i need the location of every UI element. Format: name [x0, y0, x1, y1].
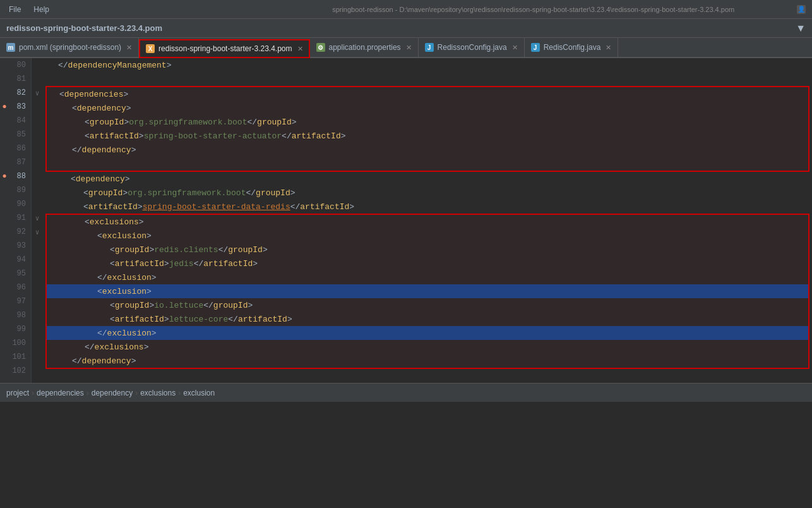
linenum-100: 100 [0, 336, 31, 350]
tab-redis-config-label: RedisConfig.java [544, 43, 601, 52]
linenum-83: ● 83 [0, 100, 31, 114]
selection-box-1: <dependencies> <dependency> <groupId>org… [45, 86, 809, 172]
project-name: redisson-spring-boot-starter-3.23.4.pom [6, 23, 162, 33]
tab-redisson-pom-icon: X [146, 44, 155, 53]
tab-pom-label: pom.xml (springboot-redisson) [19, 43, 121, 52]
linenum-98: 98 [0, 308, 31, 322]
linenum-101: 101 [0, 350, 31, 364]
code-line-98: <artifactId>lettuce-core</artifactId> [47, 312, 808, 326]
title-path: springboot-redisson - D:\maven\repositor… [270, 6, 797, 13]
linenum-87: 87 [0, 155, 31, 169]
editor-wrapper: 80 81 82 ● 83 84 85 86 87 ● 88 89 90 91 … [0, 58, 812, 383]
fold-89 [32, 183, 43, 197]
fold-83 [32, 100, 43, 114]
tab-redisson-pom-close[interactable]: ✕ [297, 45, 303, 53]
breadcrumb-sep-1: › [32, 389, 34, 397]
code-line-94: <artifactId>jedis</artifactId> [47, 257, 808, 270]
menu-help[interactable]: Help [31, 4, 52, 15]
tab-pom-close[interactable]: ✕ [126, 44, 132, 52]
linenum-99: 99 [0, 322, 31, 336]
tab-redis-config-close[interactable]: ✕ [606, 44, 611, 52]
code-line-80: </dependencyManagement> [45, 58, 812, 72]
fold-81 [32, 72, 43, 86]
breadcrumb-exclusion[interactable]: exclusion [183, 389, 215, 397]
linenum-94: 94 [0, 253, 31, 267]
fold-84 [32, 114, 43, 128]
breadcrumb-sep-3: › [135, 389, 138, 397]
breadcrumb-project[interactable]: project [6, 389, 29, 397]
fold-94 [32, 253, 43, 267]
tab-redis-config[interactable]: J RedisConfig.java ✕ [525, 38, 619, 57]
linenum-89: 89 [0, 183, 31, 197]
breadcrumb-bar: project › dependencies › dependency › ex… [0, 383, 812, 402]
user-account-btn[interactable]: 👤 [797, 5, 806, 14]
fold-93 [32, 239, 43, 253]
linenum-102: 102 [0, 364, 31, 378]
code-line-92: <exclusion> [47, 229, 808, 243]
tab-redisson-pom[interactable]: X redisson-spring-boot-starter-3.23.4.po… [139, 39, 309, 58]
linenum-81: 81 [0, 72, 31, 86]
tab-redisson-pom-label: redisson-spring-boot-starter-3.23.4.pom [158, 44, 292, 53]
linenum-80: 80 [0, 58, 31, 72]
breadcrumb-sep-2: › [87, 389, 89, 397]
tab-redisson-config-label: RedissonConfig.java [438, 43, 507, 52]
linenum-93: 93 [0, 239, 31, 253]
fold-96 [32, 281, 43, 294]
fold-82[interactable]: ∨ [32, 86, 43, 100]
linenum-91: 91 [0, 211, 31, 225]
selection-box-2: <exclusions> <exclusion> <groupId>redis.… [45, 214, 809, 369]
linenum-92: 92 [0, 225, 31, 239]
breadcrumb-dependency[interactable]: dependency [92, 389, 133, 397]
code-line-100: </exclusions> [47, 340, 808, 354]
code-line-86: </dependency> [47, 143, 808, 157]
menu-file[interactable]: File [6, 4, 23, 15]
tab-application-close[interactable]: ✕ [406, 44, 412, 52]
linenum-86: 86 [0, 142, 31, 155]
fold-98 [32, 308, 43, 322]
linenum-97: 97 [0, 294, 31, 308]
breadcrumb-dependencies[interactable]: dependencies [37, 389, 84, 397]
code-line-101: </dependency> [47, 354, 808, 368]
code-line-91: <exclusions> [47, 215, 808, 229]
fold-97 [32, 294, 43, 308]
tabs-bar: m pom.xml (springboot-redisson) ✕ X redi… [0, 38, 812, 58]
user-icon[interactable]: ▼ [796, 23, 806, 34]
breadcrumb-sep-4: › [178, 389, 181, 397]
project-title-bar: redisson-spring-boot-starter-3.23.4.pom … [0, 19, 812, 38]
linenum-84: 84 [0, 114, 31, 128]
code-line-81 [45, 72, 812, 86]
fold-101 [32, 350, 43, 364]
code-line-82: <dependencies> [47, 87, 808, 101]
breakpoint-83[interactable]: ● [1, 104, 8, 110]
fold-100 [32, 336, 43, 350]
tab-redisson-config-close[interactable]: ✕ [512, 44, 518, 52]
code-line-85: <artifactId>spring-boot-starter-actuator… [47, 129, 808, 143]
code-line-97: <groupId>io.lettuce</groupId> [47, 298, 808, 312]
code-line-89: <groupId>org.springframework.boot</group… [45, 186, 812, 200]
fold-85 [32, 128, 43, 142]
fold-92[interactable]: ∨ [32, 225, 43, 239]
tab-redis-config-icon: J [531, 43, 540, 52]
code-line-83: <dependency> [47, 101, 808, 115]
fold-80 [32, 58, 43, 72]
fold-88 [32, 169, 43, 183]
code-line-102 [45, 369, 812, 383]
code-line-99: </exclusion> [47, 326, 808, 340]
line-numbers: 80 81 82 ● 83 84 85 86 87 ● 88 89 90 91 … [0, 58, 32, 383]
linenum-95: 95 [0, 267, 31, 281]
menu-bar: File Help [6, 4, 270, 15]
fold-99 [32, 322, 43, 336]
window-controls[interactable]: 👤 [797, 5, 806, 14]
code-area[interactable]: </dependencyManagement> <dependencies> <… [43, 58, 812, 383]
linenum-96: 96 [0, 281, 31, 294]
breakpoint-88[interactable]: ● [1, 173, 8, 179]
tab-redisson-config-icon: J [425, 43, 434, 52]
tab-application[interactable]: ⚙ application.properties ✕ [310, 38, 419, 57]
linenum-82: 82 [0, 86, 31, 100]
linenum-88: ● 88 [0, 169, 31, 183]
fold-91[interactable]: ∨ [32, 211, 43, 225]
tab-pom[interactable]: m pom.xml (springboot-redisson) ✕ [0, 38, 139, 57]
tab-redisson-config[interactable]: J RedissonConfig.java ✕ [419, 38, 525, 57]
breadcrumb-exclusions[interactable]: exclusions [140, 389, 176, 397]
linenum-90: 90 [0, 197, 31, 211]
